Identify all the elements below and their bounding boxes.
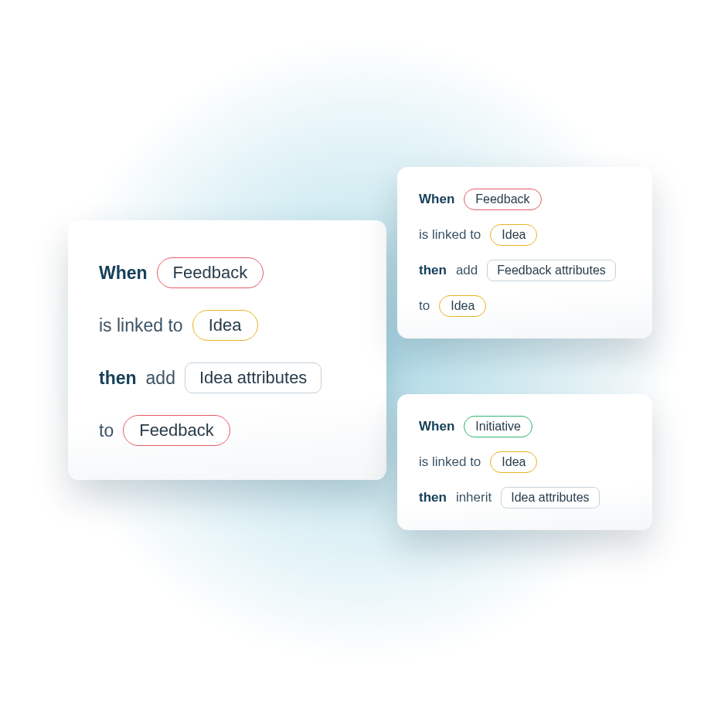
rule-card-top-right: When Feedback is linked to Idea then add… — [397, 167, 652, 338]
keyword-then: then — [99, 368, 137, 389]
tag-feedback[interactable]: Feedback — [157, 257, 264, 288]
keyword-then: then — [419, 490, 447, 505]
text-to: to — [419, 298, 430, 314]
rule-card-main: When Feedback is linked to Idea then add… — [68, 220, 386, 480]
text-to: to — [99, 420, 114, 441]
keyword-then: then — [419, 263, 447, 278]
rule-row: then add Idea attributes — [99, 362, 355, 393]
tag-idea[interactable]: Idea — [192, 310, 258, 341]
rule-row: When Feedback — [419, 189, 631, 210]
keyword-when: When — [99, 263, 148, 284]
text-is-linked-to: is linked to — [419, 227, 481, 243]
tag-feedback[interactable]: Feedback — [464, 189, 541, 210]
text-inherit: inherit — [456, 490, 492, 505]
rule-row: to Feedback — [99, 415, 355, 446]
keyword-when: When — [419, 192, 454, 207]
tag-idea-attributes[interactable]: Idea attributes — [185, 362, 321, 393]
rule-card-bottom-right: When Initiative is linked to Idea then i… — [397, 394, 652, 530]
rule-row: to Idea — [419, 295, 631, 317]
rule-row: is linked to Idea — [419, 224, 631, 246]
tag-feedback[interactable]: Feedback — [123, 415, 230, 446]
tag-idea[interactable]: Idea — [490, 224, 537, 246]
rule-row: then add Feedback attributes — [419, 260, 631, 281]
rule-row: When Feedback — [99, 257, 355, 288]
keyword-when: When — [419, 419, 454, 434]
rule-row: is linked to Idea — [99, 310, 355, 341]
rule-row: When Initiative — [419, 416, 631, 437]
tag-idea[interactable]: Idea — [490, 451, 537, 473]
tag-feedback-attributes[interactable]: Feedback attributes — [487, 260, 616, 281]
tag-idea[interactable]: Idea — [439, 295, 486, 317]
text-add: add — [146, 368, 175, 389]
tag-initiative[interactable]: Initiative — [464, 416, 532, 437]
rule-row: then inherit Idea attributes — [419, 487, 631, 509]
rule-row: is linked to Idea — [419, 451, 631, 473]
text-add: add — [456, 263, 478, 278]
tag-idea-attributes[interactable]: Idea attributes — [501, 487, 599, 509]
text-is-linked-to: is linked to — [419, 454, 481, 470]
text-is-linked-to: is linked to — [99, 315, 183, 336]
